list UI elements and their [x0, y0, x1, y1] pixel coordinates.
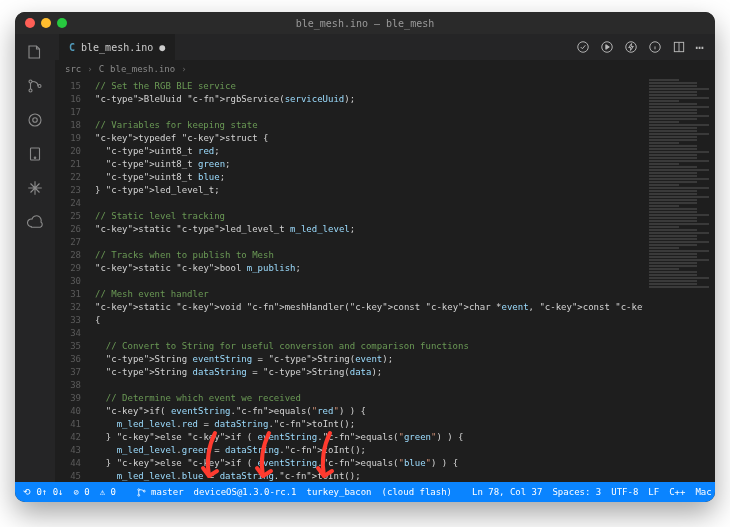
svg-point-6: [34, 157, 36, 159]
activity-bar: [15, 34, 55, 482]
status-bar: ⟲ 0↑ 0↓ ⊘ 0 ⚠ 0 master deviceOS@1.3.0-rc…: [15, 482, 715, 502]
svg-point-3: [29, 114, 41, 126]
more-actions-icon[interactable]: ⋯: [696, 39, 705, 55]
status-cursor[interactable]: Ln 78, Col 37: [472, 487, 542, 497]
window-title: ble_mesh.ino — ble_mesh: [15, 18, 715, 29]
breadcrumb-root: src: [65, 64, 81, 74]
status-warnings[interactable]: ⚠ 0: [100, 487, 116, 497]
svg-point-4: [33, 118, 38, 123]
svg-point-12: [138, 488, 140, 490]
editor-toolbar: ⋯: [576, 34, 715, 60]
status-device-os[interactable]: deviceOS@1.3.0-rc.1: [194, 487, 297, 497]
verify-icon[interactable]: [576, 40, 590, 54]
editor-window: ble_mesh.ino — ble_mesh C ble_mesh.ino ●: [15, 12, 715, 502]
code-region[interactable]: 15 16 17 18 19 20 21 22 23 24 25 26 27 2…: [55, 78, 715, 482]
svg-point-9: [625, 42, 636, 53]
file-lang-icon: C: [69, 42, 75, 53]
file-lang-icon: C: [99, 64, 104, 74]
status-target-device[interactable]: turkey_bacon: [307, 487, 372, 497]
split-editor-icon[interactable]: [672, 40, 686, 54]
tab-filename: ble_mesh.ino: [81, 42, 153, 53]
cloud-icon[interactable]: [25, 212, 45, 232]
breadcrumb[interactable]: src › C ble_mesh.ino ›: [55, 60, 715, 78]
status-errors[interactable]: ⊘ 0: [74, 487, 90, 497]
info-icon[interactable]: [648, 40, 662, 54]
svg-point-7: [577, 42, 588, 53]
tab-ble-mesh[interactable]: C ble_mesh.ino ●: [59, 34, 175, 60]
target-icon[interactable]: [25, 110, 45, 130]
status-os[interactable]: Mac: [695, 487, 711, 497]
tab-dirty-indicator: ●: [159, 42, 165, 53]
chevron-right-icon: ›: [87, 64, 92, 74]
minimap[interactable]: [643, 78, 715, 482]
line-gutter: 15 16 17 18 19 20 21 22 23 24 25 26 27 2…: [55, 78, 87, 482]
flash-icon[interactable]: [624, 40, 638, 54]
device-icon[interactable]: [25, 144, 45, 164]
svg-point-1: [29, 89, 32, 92]
breadcrumb-file: ble_mesh.ino: [110, 64, 175, 74]
code-content[interactable]: // Set the RGB BLE service "c-type">BleU…: [87, 78, 643, 482]
status-eol[interactable]: LF: [648, 487, 659, 497]
chevron-right-icon: ›: [181, 64, 186, 74]
tab-bar: C ble_mesh.ino ● ⋯: [55, 34, 715, 60]
svg-point-13: [138, 494, 140, 496]
source-control-icon[interactable]: [25, 76, 45, 96]
status-flash-mode[interactable]: (cloud flash): [382, 487, 452, 497]
files-icon[interactable]: [25, 42, 45, 62]
editor-area: C ble_mesh.ino ● ⋯ src › C ble_mes: [55, 34, 715, 482]
status-indent[interactable]: Spaces: 3: [552, 487, 601, 497]
play-icon[interactable]: [600, 40, 614, 54]
status-language[interactable]: C++: [669, 487, 685, 497]
status-encoding[interactable]: UTF-8: [611, 487, 638, 497]
debug-icon[interactable]: [25, 178, 45, 198]
svg-point-0: [29, 80, 32, 83]
status-branch[interactable]: master: [136, 487, 184, 498]
status-sync[interactable]: ⟲ 0↑ 0↓: [23, 487, 64, 497]
title-bar: ble_mesh.ino — ble_mesh: [15, 12, 715, 34]
